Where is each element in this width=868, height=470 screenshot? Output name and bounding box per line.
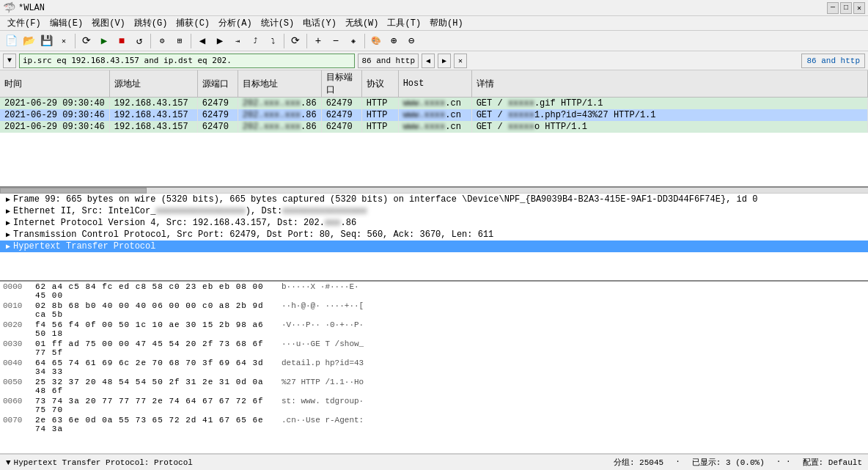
col-dport: 目标端口 [321, 70, 361, 98]
status-filter-icon[interactable]: ▼ [6, 458, 11, 467]
hex-offset: 0030 [3, 339, 35, 357]
table-row[interactable]: 2021-06-29 09:30:40 192.168.43.157 62479… [0, 98, 868, 110]
detail-row-http[interactable]: ▶ Hypertext Transfer Protocol [0, 240, 868, 252]
menu-tools[interactable]: 工具(T) [383, 15, 425, 31]
menu-edit[interactable]: 编辑(E) [45, 15, 88, 31]
detail-expand-ethernet[interactable]: ▶ [3, 207, 13, 216]
packet-list[interactable]: 时间 源地址 源端口 目标地址 目标端口 协议 Host 详情 2021-06-… [0, 70, 868, 188]
hex-ascii: ·V···P·· ·0·+··P· [282, 320, 865, 338]
colorize-button[interactable]: 🎨 [368, 33, 384, 49]
menu-phone[interactable]: 电话(Y) [298, 15, 341, 31]
packet-details[interactable]: ▶ Frame 99: 665 bytes on wire (5320 bits… [0, 194, 868, 282]
hex-ascii: ···u··GE T /show_ [282, 339, 865, 357]
detail-expand-tcp[interactable]: ▶ [3, 230, 13, 239]
minimize-button[interactable]: ─ [827, 2, 839, 14]
collapse-button[interactable]: ⊖ [403, 33, 419, 49]
menu-help[interactable]: 帮助(H) [425, 15, 468, 31]
cell-sport: 62479 [197, 109, 238, 121]
cell-sport: 62479 [197, 98, 238, 110]
cell-proto: HTTP [361, 98, 398, 110]
hex-ascii: %27 HTTP /1.1··Ho [282, 378, 865, 395]
filter-close[interactable]: ✕ [454, 54, 467, 68]
start-capture-button[interactable]: ▶ [96, 33, 112, 49]
hex-ascii: b·····X ·#····E· [282, 282, 865, 300]
packet-list-empty [0, 133, 868, 188]
cell-dst: 202.xxx.xxx.86 [238, 98, 321, 110]
table-row[interactable]: 2021-06-29 09:30:46 192.168.43.157 62479… [0, 109, 868, 121]
hex-ascii: ··h·@·@· ····+··[ [282, 301, 865, 319]
status-protocol: Hypertext Transfer Protocol: Protocol [14, 458, 193, 467]
detail-row-ethernet[interactable]: ▶ Ethernet II, Src: IntelCor_xxxxxxxxxxx… [0, 205, 868, 217]
goto-button[interactable]: ⇥ [229, 33, 246, 49]
cell-info: GET / xxxxx1.php?id=43%27 HTTP/1.1 [471, 109, 867, 121]
detail-text-ethernet: Ethernet II, Src: IntelCor_xxxxxxxxxxxxx… [13, 206, 865, 216]
menu-view[interactable]: 视图(V) [87, 15, 130, 31]
hex-row: 0050 25 32 37 20 48 54 54 50 2f 31 2e 31… [0, 377, 868, 396]
maximize-button[interactable]: □ [840, 2, 852, 14]
toolbar: 📄 📂 💾 ✕ ⟳ ▶ ■ ↺ ⚙ ⊞ ◀ ▶ ⇥ ⤴ ⤵ ⟳ + − ◈ 🎨 … [0, 31, 868, 51]
forward-button[interactable]: ▶ [212, 33, 228, 49]
capture-filter-button[interactable]: ⊞ [172, 33, 188, 49]
toolbar-sep4 [284, 34, 284, 48]
cell-dst: 202.xxx.xxx.86 [238, 121, 321, 133]
cell-src: 192.168.43.157 [109, 121, 197, 133]
cell-proto: HTTP [361, 109, 398, 121]
zoom-fit-button[interactable]: ◈ [345, 33, 361, 49]
cell-time: 2021-06-29 09:30:46 [0, 121, 109, 133]
reload-button[interactable]: ⟳ [78, 33, 95, 49]
first-button[interactable]: ⤴ [247, 33, 263, 49]
filter-arrow-left[interactable]: ◀ [422, 54, 435, 68]
close-file-button[interactable]: ✕ [56, 33, 72, 49]
cell-host: www.xxxx.cn [398, 98, 471, 110]
detail-row-ip[interactable]: ▶ Internet Protocol Version 4, Src: 192.… [0, 217, 868, 229]
hex-bytes: 02 8b 68 b0 40 00 40 06 00 00 c0 a8 2b 9… [35, 301, 270, 319]
close-button[interactable]: ✕ [853, 2, 865, 14]
menu-analyze[interactable]: 分析(A) [214, 15, 257, 31]
filter-input[interactable] [19, 54, 355, 68]
filter-bookmark-button[interactable]: ▼ [3, 54, 16, 68]
status-displayed: 已显示: 3 (0.0%) [692, 457, 765, 468]
capture-options-button[interactable]: ⚙ [154, 33, 170, 49]
col-proto: 协议 [361, 70, 398, 98]
packet-list-hscroll[interactable] [0, 188, 868, 194]
wireshark-icon: 🦈 [3, 1, 15, 14]
detail-expand-ip[interactable]: ▶ [3, 219, 13, 227]
col-sport: 源端口 [197, 70, 238, 98]
detail-row-tcp[interactable]: ▶ Transmission Control Protocol, Src Por… [0, 229, 868, 240]
restart-button[interactable]: ↺ [131, 33, 147, 49]
hex-row: 0020 f4 56 f4 0f 00 50 1c 10 ae 30 15 2b… [0, 320, 868, 339]
back-button[interactable]: ◀ [194, 33, 210, 49]
menu-wireless[interactable]: 无线(W) [341, 15, 383, 31]
menu-file[interactable]: 文件(F) [3, 15, 45, 31]
titlebar-title: *WLAN [18, 3, 45, 13]
zoom-out-button[interactable]: − [328, 33, 344, 49]
col-dst: 目标地址 [238, 70, 321, 98]
stop-capture-button[interactable]: ■ [114, 33, 130, 49]
status-packets: 分组: 25045 [614, 457, 663, 468]
detail-expand-frame[interactable]: ▶ [3, 195, 13, 204]
detail-row-frame[interactable]: ▶ Frame 99: 665 bytes on wire (5320 bits… [0, 194, 868, 205]
hex-view[interactable]: 0000 62 a4 c5 84 fc ed c8 58 c0 23 eb eb… [0, 282, 868, 454]
zoom-in-button[interactable]: + [310, 33, 326, 49]
menu-capture[interactable]: 捕获(C) [172, 15, 214, 31]
menu-jump[interactable]: 跳转(G) [130, 15, 172, 31]
new-button[interactable]: 📄 [3, 33, 19, 49]
hscroll-thumb[interactable] [0, 188, 147, 194]
save-button[interactable]: 💾 [38, 33, 54, 49]
open-button[interactable]: 📂 [21, 33, 37, 49]
detail-expand-http[interactable]: ▶ [3, 242, 13, 251]
hex-offset: 0070 [3, 416, 35, 433]
menu-stats[interactable]: 统计(S) [257, 15, 299, 31]
hex-bytes: 2e 63 6e 0d 0a 55 73 65 72 2d 41 67 65 6… [35, 416, 270, 433]
toolbar-sep5 [306, 34, 307, 48]
toolbar-sep2 [150, 34, 151, 48]
expand-button[interactable]: ⊕ [386, 33, 402, 49]
last-button[interactable]: ⤵ [265, 33, 281, 49]
autoscroll-button[interactable]: ⟳ [287, 33, 304, 49]
http-capture-label[interactable]: 86 and http [801, 54, 865, 68]
packet-table: 时间 源地址 源端口 目标地址 目标端口 协议 Host 详情 2021-06-… [0, 70, 868, 133]
table-row[interactable]: 2021-06-29 09:30:46 192.168.43.157 62470… [0, 121, 868, 133]
filter-arrow-right[interactable]: ▶ [438, 54, 451, 68]
main-area: 时间 源地址 源端口 目标地址 目标端口 协议 Host 详情 2021-06-… [0, 70, 868, 454]
col-time: 时间 [0, 70, 109, 98]
